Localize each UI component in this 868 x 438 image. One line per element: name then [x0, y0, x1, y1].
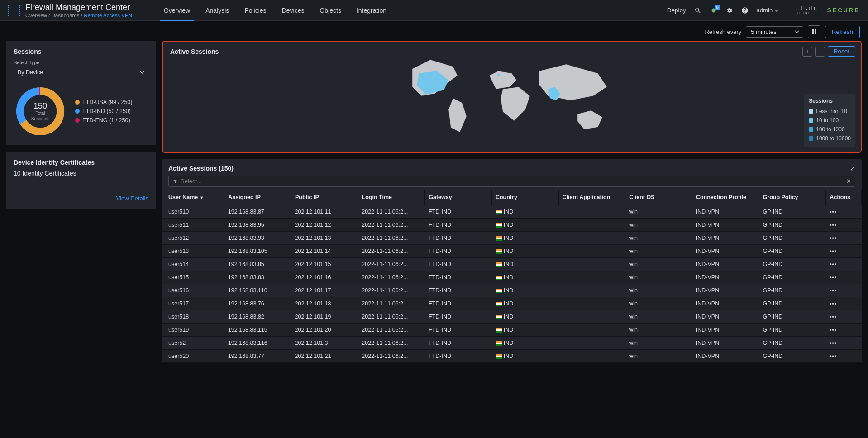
cell-client-app: [558, 324, 625, 337]
crumb-overview[interactable]: Overview: [25, 13, 47, 18]
cell-actions: •••: [826, 310, 862, 324]
th-username[interactable]: User Name▼: [162, 190, 224, 205]
row-actions-button[interactable]: •••: [830, 327, 837, 333]
zoom-in-button[interactable]: +: [802, 47, 812, 57]
cell-client-os: win: [625, 271, 692, 284]
expand-icon[interactable]: ⤢: [850, 165, 855, 172]
legend-label: FTD-IND (50 / 250): [82, 108, 131, 114]
th-country[interactable]: Country: [491, 190, 558, 205]
table-row[interactable]: user515192.168.83.83202.12.101.162022-11…: [162, 271, 862, 284]
row-actions-button[interactable]: •••: [830, 314, 837, 320]
map-title: Active Sessions: [170, 48, 854, 55]
table-header-row: User Name▼ Assigned IP Public IP Login T…: [162, 190, 862, 205]
table-row[interactable]: user510192.168.83.87202.12.101.112022-11…: [162, 205, 862, 219]
th-conn-profile[interactable]: Connection Profile: [692, 190, 759, 205]
alerts-icon[interactable]: 8: [710, 6, 718, 14]
nav-overview[interactable]: Overview: [164, 1, 190, 19]
th-client-os[interactable]: Client OS: [625, 190, 692, 205]
th-public-ip[interactable]: Public IP: [291, 190, 358, 205]
row-actions-button[interactable]: •••: [830, 287, 837, 294]
cell-public-ip: 202.12.101.20: [291, 324, 358, 337]
cell-client-app: [558, 245, 625, 258]
cell-public-ip: 202.12.101.21: [291, 350, 358, 363]
table-row[interactable]: user513192.168.83.105202.12.101.142022-1…: [162, 245, 862, 258]
th-gateway[interactable]: Gateway: [425, 190, 492, 205]
cell-gateway: FTD-IND: [425, 337, 492, 350]
cell-group-policy: GP-IND: [759, 205, 826, 219]
row-actions-button[interactable]: •••: [830, 274, 837, 281]
table-row[interactable]: user517192.168.83.76202.12.101.182022-11…: [162, 297, 862, 310]
table-row[interactable]: user514192.168.83.85202.12.101.152022-11…: [162, 258, 862, 271]
cell-public-ip: 202.12.101.18: [291, 297, 358, 310]
row-actions-button[interactable]: •••: [830, 261, 837, 267]
row-actions-button[interactable]: •••: [830, 353, 837, 359]
row-actions-button[interactable]: •••: [830, 235, 837, 241]
table-row[interactable]: user516192.168.83.110202.12.101.172022-1…: [162, 284, 862, 297]
cell-assigned-ip: 192.168.83.82: [224, 310, 291, 324]
table-row[interactable]: user520192.168.83.77202.12.101.212022-11…: [162, 350, 862, 363]
table-row[interactable]: user519192.168.83.115202.12.101.202022-1…: [162, 324, 862, 337]
cell-actions: •••: [826, 337, 862, 350]
cell-actions: •••: [826, 232, 862, 245]
cell-conn-profile: IND-VPN: [692, 297, 759, 310]
nav-devices[interactable]: Devices: [282, 1, 305, 19]
clear-icon[interactable]: ✕: [846, 178, 851, 185]
user-menu[interactable]: admin: [757, 7, 779, 14]
cell-country: IND: [492, 297, 559, 310]
th-client-app[interactable]: Client Application: [558, 190, 625, 205]
th-login-time[interactable]: Login Time: [358, 190, 425, 205]
row-actions-button[interactable]: •••: [830, 222, 837, 228]
table-search[interactable]: ✕: [168, 176, 855, 187]
donut-label2: Sessions: [31, 116, 50, 122]
cell-public-ip: 202.12.101.13: [291, 232, 358, 245]
cell-gateway: FTD-IND: [425, 310, 492, 324]
table-row[interactable]: user511192.168.83.95202.12.101.122022-11…: [162, 219, 862, 232]
breadcrumb: Overview / Dashboards / Remote Access VP…: [25, 13, 132, 18]
pause-button[interactable]: [808, 25, 820, 38]
nav-integration[interactable]: Integration: [357, 1, 386, 19]
row-actions-button[interactable]: •••: [830, 340, 837, 346]
app-logo-icon: [8, 5, 20, 16]
table-row[interactable]: user518192.168.83.82202.12.101.192022-11…: [162, 310, 862, 324]
nav-analysis[interactable]: Analysis: [205, 1, 229, 19]
legend-label: 100 to 1000: [816, 126, 844, 133]
row-actions-button[interactable]: •••: [830, 248, 837, 254]
cell-country: IND: [492, 258, 559, 271]
th-actions[interactable]: Actions: [826, 190, 862, 205]
select-type-label: Select Type: [14, 60, 148, 65]
nav-policies[interactable]: Policies: [244, 1, 266, 19]
table-row[interactable]: user512192.168.83.93202.12.101.132022-11…: [162, 232, 862, 245]
world-map[interactable]: [399, 55, 625, 146]
select-type-dropdown[interactable]: By Device: [14, 67, 148, 78]
reset-button[interactable]: Reset: [828, 46, 855, 57]
cell-client-app: [558, 337, 625, 350]
gear-icon[interactable]: [726, 7, 733, 14]
th-group-policy[interactable]: Group Policy: [759, 190, 826, 205]
refresh-button[interactable]: Refresh: [825, 26, 860, 38]
row-actions-button[interactable]: •••: [830, 209, 837, 215]
help-icon[interactable]: [741, 7, 749, 14]
row-actions-button[interactable]: •••: [830, 300, 837, 307]
cell-country: IND: [492, 219, 559, 232]
search-icon[interactable]: [694, 7, 701, 14]
cell-client-app: [558, 219, 625, 232]
cell-gateway: FTD-IND: [425, 297, 492, 310]
th-assigned-ip[interactable]: Assigned IP: [224, 190, 291, 205]
table-row[interactable]: user52192.168.83.116202.12.101.32022-11-…: [162, 337, 862, 350]
refresh-interval-select[interactable]: 5 minutes: [746, 26, 803, 38]
cell-conn-profile: IND-VPN: [692, 337, 759, 350]
cell-client-os: win: [625, 324, 692, 337]
cell-conn-profile: IND-VPN: [692, 310, 759, 324]
devcert-view-details-link[interactable]: View Details: [14, 195, 148, 202]
cell-user: user52: [162, 337, 224, 350]
search-input[interactable]: [181, 178, 844, 185]
cell-country: IND: [492, 245, 559, 258]
cell-user: user511: [162, 219, 224, 232]
nav-objects[interactable]: Objects: [320, 1, 341, 19]
deploy-button[interactable]: Deploy: [667, 7, 686, 14]
sessions-legend: FTD-USA (99 / 250) FTD-IND (50 / 250) FT…: [75, 98, 132, 125]
zoom-out-button[interactable]: –: [815, 47, 825, 57]
cell-gateway: FTD-IND: [425, 324, 492, 337]
crumb-dashboards[interactable]: Dashboards: [52, 13, 80, 18]
cell-gateway: FTD-IND: [425, 258, 492, 271]
